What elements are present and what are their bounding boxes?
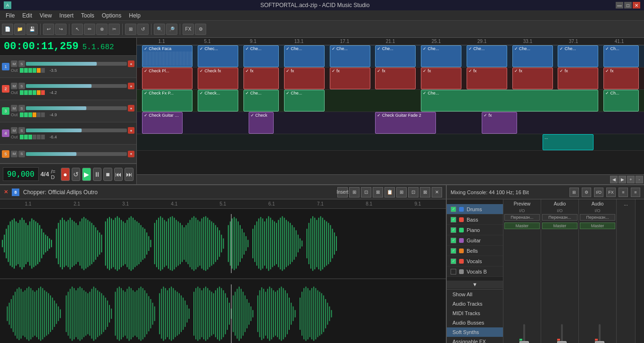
play-button[interactable]: ▶ xyxy=(82,168,91,181)
bus-item-guitar[interactable]: ✓ Guitar xyxy=(447,235,503,246)
channel-assign[interactable]: Переназн... xyxy=(542,214,577,221)
bus-checkbox[interactable]: ✓ xyxy=(451,248,456,254)
stop-button[interactable]: ■ xyxy=(103,168,112,181)
track-fader[interactable] xyxy=(26,106,127,110)
channel-assign[interactable]: Переназн... xyxy=(580,214,615,221)
dropdown-assignable-fx[interactable]: Assignable FX xyxy=(447,337,503,343)
bus-scroll-down[interactable]: ▼ xyxy=(447,281,503,288)
track-record[interactable]: ● xyxy=(128,60,134,67)
chopper-btn5[interactable]: ⊞ xyxy=(396,187,407,197)
record-button[interactable]: ● xyxy=(61,168,70,181)
bus-item-bells[interactable]: ✓ Bells xyxy=(447,246,503,256)
clip[interactable]: ✓ Che... xyxy=(558,45,598,67)
bus-item-drums[interactable]: ✓ Drums xyxy=(447,204,503,214)
track-fader[interactable] xyxy=(26,84,127,88)
channel-master[interactable]: Master xyxy=(542,223,577,229)
mix-io-btn[interactable]: I/O xyxy=(594,188,603,197)
scroll-right[interactable]: ▶ xyxy=(619,176,626,183)
chopper-btn6[interactable]: ⊡ xyxy=(408,187,418,197)
track-mute[interactable]: M xyxy=(11,127,17,134)
toolbar-new[interactable]: 📄 xyxy=(2,24,13,35)
maximize-button[interactable]: □ xyxy=(624,2,632,9)
clip[interactable]: ✓ Check... xyxy=(198,90,238,111)
clip[interactable]: ✓ Che... xyxy=(467,45,507,67)
clip[interactable]: ✓ Check xyxy=(249,112,274,134)
chopper-insert[interactable]: Insert xyxy=(337,187,348,197)
dropdown-audio-tracks[interactable]: Audio Tracks xyxy=(447,299,503,309)
track-mute[interactable]: M xyxy=(11,60,17,67)
forward-button[interactable]: ⏭ xyxy=(125,168,134,181)
bus-item-vocals-b[interactable]: Vocals B xyxy=(447,266,503,277)
track-mute[interactable]: M xyxy=(11,151,17,157)
clip[interactable]: ✓ Check fx xyxy=(198,68,238,89)
toolbar-zoom-in[interactable]: 🔍 xyxy=(154,24,165,35)
fader-thumb[interactable] xyxy=(595,341,604,343)
clip[interactable]: ✓ Che... xyxy=(512,45,553,67)
clip[interactable]: ✓ Check Guitar Fade 2 xyxy=(375,112,436,134)
mix-extra-btn[interactable]: ≡ xyxy=(619,188,628,197)
clip[interactable]: ✓ Check Guitar Fade 2... xyxy=(142,112,183,134)
menu-help[interactable]: Help xyxy=(125,11,144,20)
clip[interactable]: ✓ fx xyxy=(330,68,370,89)
track-solo[interactable]: S xyxy=(18,60,25,67)
toolbar-settings[interactable]: ⚙ xyxy=(195,24,206,35)
clip[interactable]: ✓ Che... xyxy=(243,90,279,111)
dropdown-show-all[interactable]: Show All xyxy=(447,290,503,299)
track-record[interactable]: ● xyxy=(128,105,134,111)
clip[interactable]: ✓ fx xyxy=(467,68,507,89)
chopper-btn3[interactable]: ⊠ xyxy=(373,187,383,197)
bus-checkbox[interactable]: ✓ xyxy=(451,217,456,223)
track-record[interactable]: ● xyxy=(128,83,134,89)
mix-extra2-btn[interactable]: ≡ xyxy=(631,188,640,197)
clip[interactable]: ✓ fx xyxy=(421,68,461,89)
clip[interactable]: ✓ fx xyxy=(243,68,279,89)
track-mute[interactable]: M xyxy=(11,105,17,111)
bus-checkbox[interactable] xyxy=(451,269,456,274)
mix-fx-btn[interactable]: FX xyxy=(606,188,616,197)
toolbar-save[interactable]: 💾 xyxy=(26,24,38,35)
channel-assign[interactable]: Переназн... xyxy=(504,214,540,221)
clip[interactable]: ✓ Che... xyxy=(284,90,325,111)
chopper-btn2[interactable]: ⊡ xyxy=(361,187,371,197)
clip[interactable]: ✓ Che... xyxy=(330,45,370,67)
bus-item-piano[interactable]: ✓ Piano xyxy=(447,225,503,235)
track-record[interactable]: ● xyxy=(128,127,134,134)
menu-file[interactable]: File xyxy=(2,11,18,20)
zoom-out-timeline[interactable]: - xyxy=(636,176,643,183)
bus-checkbox[interactable]: ✓ xyxy=(451,227,456,233)
dropdown-soft-synths[interactable]: Soft Synths xyxy=(447,327,503,337)
clip[interactable]: ✓ fx xyxy=(603,68,639,89)
clip[interactable]: ... xyxy=(543,134,594,150)
fader-thumb[interactable] xyxy=(519,341,529,343)
fader-thumb[interactable] xyxy=(557,341,567,343)
minimize-button[interactable]: — xyxy=(616,2,623,9)
track-solo[interactable]: S xyxy=(18,105,25,111)
clip[interactable]: ✓ Che... xyxy=(284,45,325,67)
track-fader[interactable] xyxy=(26,62,127,66)
menu-tools[interactable]: Tools xyxy=(77,11,98,20)
track-mute[interactable]: M xyxy=(11,83,17,89)
track-solo[interactable]: S xyxy=(18,127,25,134)
chopper-close-icon[interactable]: ✕ xyxy=(4,189,8,195)
toolbar-undo[interactable]: ↩ xyxy=(43,24,54,35)
mix-format-btn[interactable]: ⊞ xyxy=(569,188,579,197)
menu-options[interactable]: Options xyxy=(98,11,125,20)
toolbar-select[interactable]: ↖ xyxy=(72,24,83,35)
bus-checkbox[interactable]: ✓ xyxy=(451,238,456,243)
toolbar-zoom-out[interactable]: 🔎 xyxy=(166,24,177,35)
toolbar-cut[interactable]: ✂ xyxy=(109,24,120,35)
clip[interactable]: ✓ Ch... xyxy=(603,90,639,111)
channel-master[interactable]: Master xyxy=(504,223,540,229)
dropdown-audio-busses[interactable]: Audio Busses xyxy=(447,318,503,327)
dropdown-midi-tracks[interactable]: MIDI Tracks xyxy=(447,309,503,318)
clip[interactable]: ✓ Ch... xyxy=(603,45,639,67)
clip[interactable]: ✓ fx xyxy=(512,68,553,89)
toolbar-open[interactable]: 📁 xyxy=(14,24,25,35)
loop-button[interactable]: ↺ xyxy=(72,168,81,181)
clip[interactable]: ✓ Check Faca xyxy=(142,45,193,67)
bus-item-vocals[interactable]: ✓ Vocals xyxy=(447,256,503,266)
toolbar-erase[interactable]: ⊗ xyxy=(96,24,108,35)
pause-button[interactable]: ⏸ xyxy=(93,168,102,181)
toolbar-snap[interactable]: ⊞ xyxy=(125,24,136,35)
bus-checkbox[interactable]: ✓ xyxy=(451,258,456,264)
